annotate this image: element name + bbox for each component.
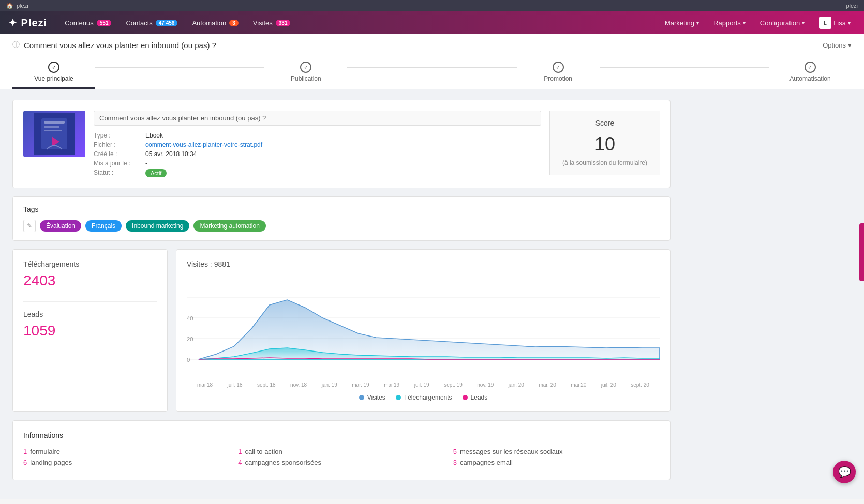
tab-connector-3 [600,67,769,68]
contacts-badge: 47 456 [156,20,178,26]
tab-automatisation[interactable]: ✓ Automatisation [769,56,852,89]
tab-check-2: ✓ [553,62,564,73]
leads-value[interactable]: 1059 [23,323,157,339]
info-campagnes-sponsor: 4 campagnes sponsorisées [238,459,444,466]
navbar: ✦ Plezi Contenus 551 Contacts 47 456 Aut… [0,11,864,34]
config-chevron: ▾ [802,20,805,26]
x-label-8: sept. 19 [444,382,463,388]
x-label-10: jan. 20 [509,382,524,388]
brand[interactable]: ✦ Plezi [8,17,47,29]
nav-configuration[interactable]: Configuration ▾ [755,11,810,34]
informations-grid: 1 formulaire 6 landing pages 1 call to a… [23,448,660,469]
score-note: (à la soumission du formulaire) [562,159,647,166]
tab-publication[interactable]: ✓ Publication [264,56,347,89]
downloads-label: Téléchargements [23,260,157,268]
nav-user[interactable]: L Lisa ▾ [814,11,856,34]
tag-inbound[interactable]: Inbound marketing [126,220,189,232]
x-label-5: mar. 19 [352,382,369,388]
nav-items: Contenus 551 Contacts 47 456 Automation … [57,11,660,34]
legend-leads: Leads [463,394,488,401]
x-label-14: sept. 20 [631,382,649,388]
file-label: Fichier : [94,141,145,148]
tab-vue-principale[interactable]: ✓ Vue principale [12,56,95,89]
top-brand: plezi [17,3,28,9]
created-value: 05 avr. 2018 10:34 [145,150,541,158]
stats-row: Téléchargements 2403 Leads 1059 Visites … [12,249,671,412]
rapports-chevron: ▾ [743,20,746,26]
top-bar: 🏠 plezi plezi [0,0,864,11]
x-label-1: juil. 18 [228,382,243,388]
info-col3: 5 messages sur les réseaux sociaux 3 cam… [453,448,660,469]
legend-visites: Visites [359,394,385,401]
status-badge: Actif [145,169,167,177]
svg-text:0: 0 [187,357,190,363]
tabs-bar: ✓ Vue principale ✓ Publication ✓ Promoti… [0,56,864,89]
visites-badge: 331 [276,20,291,26]
tags-edit-button[interactable]: ✎ [23,220,36,232]
info-social-messages: 5 messages sur les réseaux sociaux [453,448,660,455]
page-title-row: ⓘ Comment vous allez vous planter en inb… [12,40,216,50]
downloads-value[interactable]: 2403 [23,272,157,289]
file-link[interactable]: comment-vous-allez-planter-votre-strat.p… [145,141,541,148]
chat-button[interactable]: 💬 [833,461,856,483]
chart-card: Visites : 9881 0 20 40 [176,249,671,412]
legend-dot-leads [463,395,468,400]
page-title: Comment vous allez vous planter en inbou… [24,41,216,50]
x-label-11: mar. 20 [539,382,556,388]
user-avatar: L [819,17,831,29]
chart-legend: Visites Téléchargements Leads [187,394,660,401]
leads-metric: Leads 1059 [23,310,157,339]
status-label: Statut : [94,169,145,177]
options-button[interactable]: Options ▾ [823,41,852,49]
stats-left: Téléchargements 2403 Leads 1059 [12,249,168,412]
tag-francais[interactable]: Français [85,220,122,232]
tab-connector-1 [95,67,264,68]
help-icon[interactable]: ⓘ [12,40,20,50]
legend-telechargements: Téléchargements [396,394,452,401]
score-title: Score [562,119,647,127]
informations-card: Informations 1 formulaire 6 landing page… [12,420,671,480]
tab-check-3: ✓ [805,62,816,73]
legend-dot-telechargements [396,395,401,400]
x-label-3: nov. 18 [290,382,307,388]
page-header: ⓘ Comment vous allez vous planter en inb… [0,34,864,56]
nav-contacts[interactable]: Contacts 47 456 [118,11,185,34]
svg-text:20: 20 [187,337,193,342]
info-col1: 1 formulaire 6 landing pages [23,448,230,469]
tab-label-2: Promotion [544,75,572,82]
nav-rapports[interactable]: Rapports ▾ [708,11,751,34]
info-campagnes-email: 3 campagnes email [453,459,660,466]
nav-automation[interactable]: Automation 3 [185,11,245,34]
info-landing-pages: 6 landing pages [23,459,230,466]
info-cta: 1 call to action [238,448,444,455]
top-user: plezi [846,3,858,9]
chart-title: Visites : 9881 [187,260,660,268]
x-label-13: juil. 20 [601,382,616,388]
tag-marketing-auto[interactable]: Marketing automation [193,220,265,232]
downloads-metric: Téléchargements 2403 [23,260,157,289]
tags-card: Tags ✎ Évaluation Français Inbound marke… [12,196,671,241]
x-label-6: mai 19 [384,382,399,388]
main-content: Comment vous allez vous planter en inbou… [0,89,683,499]
legend-dot-visites [359,395,364,400]
svg-text:40: 40 [187,316,193,322]
footer: Fait avec ❤ par Plezi [0,499,864,504]
content-info-row: Comment vous allez vous planter en inbou… [23,111,660,177]
marketing-chevron: ▾ [696,20,699,26]
contenus-badge: 551 [97,20,112,26]
tab-label-1: Publication [291,75,321,82]
nav-visites[interactable]: Visites 331 [246,11,298,34]
suggestions-tab[interactable]: Suggestions [859,223,864,281]
x-label-0: mai 18 [197,382,213,388]
tab-promotion[interactable]: ✓ Promotion [517,56,600,89]
tags-title: Tags [23,205,660,213]
tag-evaluation[interactable]: Évaluation [40,220,81,232]
nav-contenus[interactable]: Contenus 551 [57,11,118,34]
nav-marketing[interactable]: Marketing ▾ [660,11,704,34]
automation-badge: 3 [229,20,239,26]
tab-check-0: ✓ [48,62,59,73]
tab-connector-2 [347,67,516,68]
home-icon[interactable]: 🏠 [6,3,13,9]
x-label-2: sept. 18 [257,382,276,388]
content-details: Comment vous allez vous planter en inbou… [94,111,541,177]
